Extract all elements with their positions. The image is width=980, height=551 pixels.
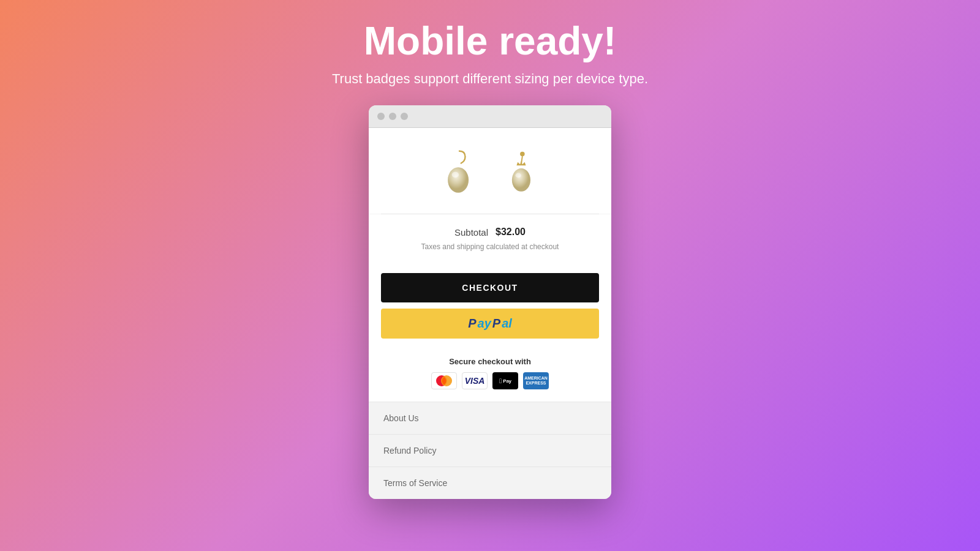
svg-point-4: [512, 168, 530, 192]
browser-dot-red: [377, 113, 385, 120]
footer-link-refund[interactable]: Refund Policy: [369, 435, 611, 467]
subtotal-price: $32.00: [496, 227, 526, 238]
tax-note: Taxes and shipping calculated at checkou…: [383, 242, 597, 251]
product-image-1: [435, 146, 484, 201]
product-images: [369, 128, 611, 214]
paypal-button[interactable]: P ay P al: [381, 309, 599, 339]
paypal-logo: P ay P al: [468, 317, 512, 331]
amex-badge: AMERICANEXPRESS: [523, 372, 549, 389]
secure-section: Secure checkout with VISA  Pay: [369, 351, 611, 402]
page-title: Mobile ready!: [364, 18, 617, 64]
payment-badges: VISA  Pay AMERICANEXPRESS: [381, 372, 599, 389]
footer-link-about[interactable]: About Us: [369, 402, 611, 435]
svg-point-2: [520, 151, 525, 156]
browser-dot-green: [401, 113, 408, 120]
page-subtitle: Trust badges support different sizing pe…: [332, 71, 648, 87]
footer-link-terms[interactable]: Terms of Service: [369, 467, 611, 499]
browser-dot-yellow: [389, 113, 396, 120]
applepay-badge:  Pay: [492, 372, 518, 389]
mastercard-badge: [431, 372, 457, 389]
earring-svg-1: [438, 148, 481, 200]
secure-title: Secure checkout with: [381, 357, 599, 366]
svg-point-0: [448, 167, 469, 193]
browser-toolbar: [369, 105, 611, 128]
svg-point-1: [452, 171, 459, 177]
subtotal-row: Subtotal $32.00: [383, 227, 597, 238]
checkout-button[interactable]: CHECKOUT: [381, 273, 599, 302]
buttons-section: CHECKOUT P ay P al: [369, 263, 611, 351]
product-image-2: [496, 146, 545, 201]
subtotal-section: Subtotal $32.00 Taxes and shipping calcu…: [369, 214, 611, 263]
subtotal-label: Subtotal: [454, 227, 488, 238]
browser-window: Subtotal $32.00 Taxes and shipping calcu…: [369, 105, 611, 499]
footer-links: About Us Refund Policy Terms of Service: [369, 402, 611, 499]
svg-point-5: [516, 173, 521, 178]
visa-badge: VISA: [462, 372, 488, 389]
earring-svg-2: [499, 148, 542, 200]
